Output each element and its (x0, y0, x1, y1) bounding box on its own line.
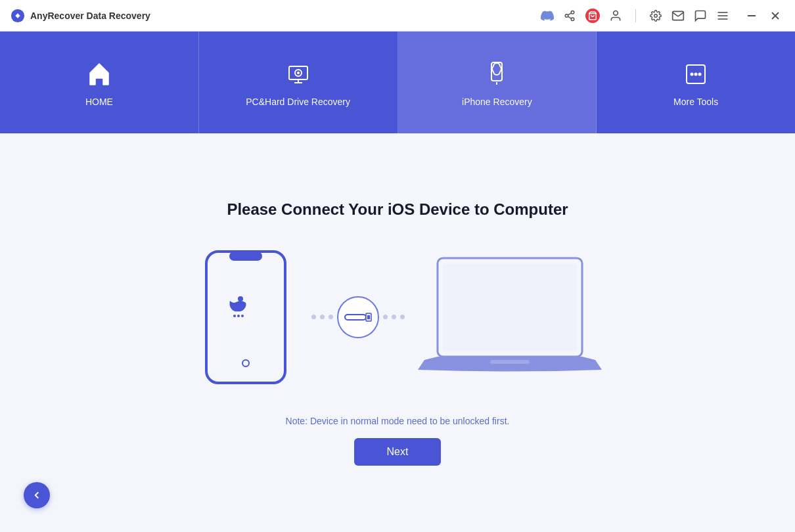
svg-rect-37 (443, 263, 577, 351)
app-title: AnyRecover Data Recovery (30, 11, 150, 21)
svg-point-25 (698, 72, 702, 76)
svg-point-28 (242, 360, 249, 366)
connect-title: Please Connect Your iOS Device to Comput… (227, 200, 568, 219)
next-button[interactable]: Next (354, 438, 442, 466)
svg-rect-12 (748, 15, 756, 16)
dot-3 (329, 315, 333, 319)
cart-icon[interactable] (585, 9, 600, 23)
svg-point-24 (694, 72, 698, 76)
svg-point-23 (691, 72, 694, 76)
nav-pc-hard-drive[interactable]: PC&Hard Drive Recovery (199, 32, 398, 133)
svg-point-30 (233, 315, 236, 317)
nav-iphone-recovery[interactable]: iPhone Recovery (398, 32, 597, 133)
minimize-button[interactable] (742, 7, 761, 25)
nav-bar: HOME PC&Hard Drive Recovery (0, 32, 795, 133)
svg-point-29 (238, 296, 243, 301)
home-icon (83, 58, 115, 90)
phone-illustration (193, 245, 298, 389)
share-icon[interactable] (563, 9, 576, 22)
laptop-illustration (418, 245, 602, 389)
connector-animation (311, 296, 405, 338)
svg-line-4 (568, 16, 571, 18)
svg-point-3 (571, 18, 574, 21)
chat-icon[interactable] (694, 9, 707, 22)
svg-point-2 (565, 14, 568, 17)
svg-point-31 (237, 315, 240, 317)
svg-line-5 (568, 12, 571, 14)
svg-point-32 (241, 315, 244, 317)
svg-point-17 (297, 72, 300, 74)
user-icon[interactable] (609, 9, 622, 22)
settings-icon[interactable] (649, 9, 662, 22)
svg-rect-27 (229, 252, 262, 261)
back-button[interactable] (24, 482, 50, 508)
svg-point-1 (571, 11, 574, 14)
menu-icon[interactable] (716, 9, 729, 22)
more-tools-icon (680, 58, 712, 90)
note-text: Note: Device in normal mode need to be u… (286, 416, 510, 426)
nav-home[interactable]: HOME (0, 32, 199, 133)
svg-rect-35 (367, 315, 370, 319)
nav-iphone-recovery-label: iPhone Recovery (462, 97, 532, 107)
iphone-recovery-icon (481, 58, 512, 90)
dot-1 (311, 315, 316, 319)
dot-2 (320, 315, 325, 319)
dot-6 (400, 315, 405, 319)
usb-connector-icon (337, 296, 379, 338)
app-logo: AnyRecover Data Recovery (11, 9, 150, 23)
svg-point-7 (614, 11, 618, 15)
title-bar: AnyRecover Data Recovery (0, 0, 795, 32)
svg-rect-33 (345, 315, 366, 320)
connect-illustration (193, 245, 602, 389)
mail-icon[interactable] (671, 9, 685, 22)
toolbar-icons (541, 9, 729, 23)
dot-5 (392, 315, 396, 319)
discord-icon[interactable] (541, 9, 554, 22)
main-content: Please Connect Your iOS Device to Comput… (0, 133, 795, 532)
nav-more-tools[interactable]: More Tools (597, 32, 795, 133)
nav-pc-hard-drive-label: PC&Hard Drive Recovery (246, 97, 350, 107)
window-controls (742, 7, 784, 25)
dot-4 (383, 315, 388, 319)
svg-rect-26 (206, 252, 285, 383)
nav-home-label: HOME (85, 97, 113, 107)
svg-point-8 (654, 14, 658, 17)
app-logo-icon (11, 9, 25, 23)
nav-more-tools-label: More Tools (673, 97, 718, 107)
pc-hard-drive-icon (283, 58, 314, 90)
close-button[interactable] (766, 7, 784, 25)
separator (635, 9, 636, 22)
svg-rect-38 (490, 360, 530, 364)
